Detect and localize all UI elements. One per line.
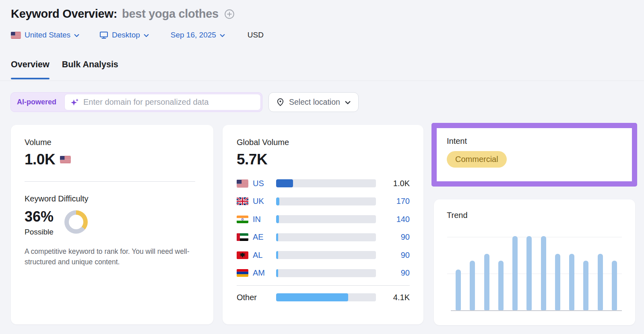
flag-ae-icon xyxy=(237,233,248,241)
flag-am-icon xyxy=(237,269,248,277)
trend-bar xyxy=(569,254,574,310)
volume-title: Volume xyxy=(25,138,195,147)
flag-us-icon xyxy=(11,32,21,39)
sparkle-icon xyxy=(70,98,79,107)
trend-bar xyxy=(555,254,560,310)
keyword-difficulty-row: 36% Possible xyxy=(25,208,195,236)
trend-bars xyxy=(451,236,622,310)
keyword-difficulty-donut xyxy=(64,210,88,234)
intent-badge[interactable]: Commercial xyxy=(447,151,507,168)
country-volume-value[interactable]: 170 xyxy=(382,197,410,206)
tab-bulk-analysis[interactable]: Bulk Analysis xyxy=(62,60,118,79)
select-location-label: Select location xyxy=(289,98,340,107)
chevron-down-icon xyxy=(74,34,79,37)
device-filter-label: Desktop xyxy=(112,31,140,39)
trend-bar xyxy=(456,270,461,310)
country-volume-value[interactable]: 140 xyxy=(382,215,410,224)
country-volume-bar xyxy=(276,179,376,187)
volume-card: Volume 1.0K Keyword Difficulty 36% Possi… xyxy=(11,125,213,324)
flag-us-icon xyxy=(237,180,248,187)
country-code-link[interactable]: IN xyxy=(253,215,272,224)
ai-powered-wrapper: AI-powered xyxy=(10,92,262,112)
keyword-difficulty-title: Keyword Difficulty xyxy=(25,194,195,203)
trend-bar xyxy=(470,261,475,310)
trend-bar xyxy=(612,261,617,310)
ai-powered-bar: AI-powered Select location xyxy=(10,92,359,112)
ai-powered-badge: AI-powered xyxy=(11,98,63,106)
country-code-link[interactable]: AL xyxy=(253,251,272,260)
trend-chart xyxy=(451,237,622,311)
trend-bar xyxy=(598,254,603,310)
country-filter-dropdown[interactable]: United States xyxy=(11,31,79,39)
flag-al-icon xyxy=(237,251,248,259)
keyword-difficulty-label: Possible xyxy=(25,228,54,236)
tabs-divider xyxy=(0,81,644,81)
tab-bar: Overview Bulk Analysis xyxy=(11,60,118,79)
flag-us-icon xyxy=(60,156,71,163)
volume-value: 1.0K xyxy=(25,151,55,168)
country-volume-value[interactable]: 90 xyxy=(382,232,410,242)
chevron-down-icon xyxy=(220,34,225,37)
intent-card: Intent Commercial xyxy=(437,128,632,168)
country-code-link[interactable]: AM xyxy=(253,268,272,278)
device-filter-dropdown[interactable]: Desktop xyxy=(99,31,149,39)
country-row: AM90 xyxy=(237,268,410,279)
other-label: Other xyxy=(237,293,272,302)
card-divider xyxy=(25,181,195,182)
flag-uk-icon xyxy=(237,197,248,205)
domain-input[interactable] xyxy=(83,98,255,107)
country-row: US1.0K xyxy=(237,178,410,189)
global-volume-title: Global Volume xyxy=(237,138,410,147)
country-volume-bar xyxy=(276,233,376,241)
country-row: UK170 xyxy=(237,196,410,207)
global-volume-card: Global Volume 5.7K US1.0KUK170IN140AE90A… xyxy=(223,125,423,324)
country-volume-bar xyxy=(276,269,376,277)
trend-title: Trend xyxy=(447,211,468,220)
country-code-link[interactable]: UK xyxy=(253,197,272,206)
country-row: AL90 xyxy=(237,249,410,261)
chevron-down-icon xyxy=(144,34,149,37)
intent-card-highlight: Intent Commercial xyxy=(431,123,637,187)
card-divider xyxy=(237,285,410,286)
country-row: AE90 xyxy=(237,232,410,243)
trend-bar xyxy=(541,236,546,310)
trend-bar xyxy=(526,236,532,310)
location-pin-icon xyxy=(277,98,284,106)
trend-bar xyxy=(512,236,518,310)
trend-bar xyxy=(583,261,588,310)
trend-card: Trend xyxy=(434,199,635,325)
page-header: Keyword Overview: best yoga clothes xyxy=(11,7,235,21)
other-volume-value: 4.1K xyxy=(382,293,410,302)
flag-in-icon xyxy=(237,216,248,223)
country-volume-bar xyxy=(276,215,376,223)
country-volume-bar xyxy=(276,251,376,259)
country-filter-label: United States xyxy=(25,31,70,39)
date-filter-label: Sep 16, 2025 xyxy=(171,31,216,39)
select-location-button[interactable]: Select location xyxy=(268,92,359,112)
other-volume-bar xyxy=(276,293,376,301)
trend-bar xyxy=(484,254,489,310)
country-code-link[interactable]: AE xyxy=(253,232,272,242)
country-volume-value[interactable]: 90 xyxy=(382,251,410,260)
country-row: IN140 xyxy=(237,214,410,225)
keyword-difficulty-description: A competitive keyword to rank for. You w… xyxy=(25,246,195,267)
trend-bar xyxy=(498,261,504,310)
page-title: Keyword Overview: xyxy=(11,7,117,21)
other-row: Other 4.1K xyxy=(237,292,410,303)
plus-circle-icon[interactable] xyxy=(224,9,235,19)
monitor-icon xyxy=(99,31,108,39)
date-filter-dropdown[interactable]: Sep 16, 2025 xyxy=(171,31,225,39)
global-volume-rows: US1.0KUK170IN140AE90AL90AM90 xyxy=(237,178,410,279)
chevron-down-icon xyxy=(345,101,351,105)
global-volume-value: 5.7K xyxy=(237,151,410,168)
domain-input-box[interactable] xyxy=(64,94,261,110)
country-code-link[interactable]: US xyxy=(253,179,272,188)
filter-row: United States Desktop Sep 16, 2025 USD xyxy=(11,31,264,39)
keyword-difficulty-value: 36% xyxy=(25,208,54,225)
country-volume-value[interactable]: 90 xyxy=(382,268,410,278)
intent-title: Intent xyxy=(447,137,632,146)
country-volume-value: 1.0K xyxy=(382,179,410,188)
currency-label: USD xyxy=(248,31,264,39)
page-keyword: best yoga clothes xyxy=(122,7,219,21)
tab-overview[interactable]: Overview xyxy=(11,60,50,79)
